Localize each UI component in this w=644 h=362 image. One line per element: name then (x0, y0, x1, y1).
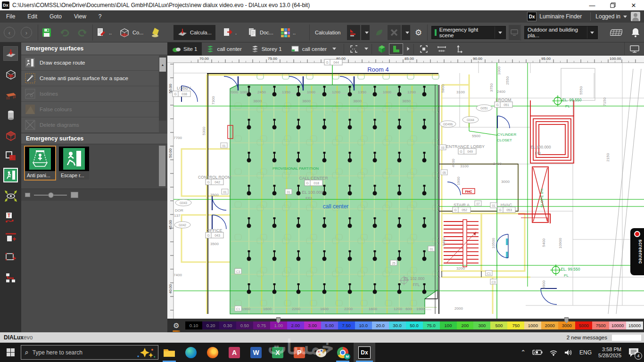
scale-segment[interactable]: 0.50 (236, 321, 253, 329)
scale-segment[interactable]: 2000 (541, 321, 558, 329)
tab-building[interactable]: call center (202, 42, 246, 56)
taskbar-search[interactable]: ⌕ Type here to search (21, 345, 158, 360)
keypad-button[interactable] (610, 25, 622, 40)
speaker-icon[interactable] (564, 349, 573, 356)
view-3d-button[interactable] (375, 43, 389, 55)
scale-segment[interactable]: 100 (440, 321, 457, 329)
scale-segment[interactable]: 15000 (626, 321, 643, 329)
menu-file[interactable]: File (0, 10, 21, 23)
notification-bell-button[interactable] (631, 25, 640, 40)
avatar[interactable] (631, 12, 640, 21)
scale-segment[interactable]: 10000 (609, 321, 626, 329)
restore-button[interactable] (603, 0, 623, 10)
view-tool[interactable] (3, 189, 18, 203)
tool-create-anti-panic-surface[interactable]: Create anti panic surface for a space (21, 71, 159, 86)
scale-segment[interactable]: 500 (490, 321, 507, 329)
menu-edit[interactable]: Edit (21, 10, 43, 23)
language-indicator[interactable]: ENG (579, 349, 592, 356)
construction-mode-button[interactable]: Co... (119, 25, 143, 40)
scale-segment[interactable]: 0.30 (219, 321, 236, 329)
messages-label[interactable]: 2 new messages (567, 335, 607, 340)
back-button[interactable]: ‹ (4, 25, 15, 40)
light-mode-button[interactable] (151, 25, 163, 40)
selection-mode-button[interactable] (347, 43, 361, 55)
thumbnail-scrollbar[interactable] (159, 146, 165, 186)
menu-help[interactable]: ? (92, 10, 108, 23)
taskbar-firefox[interactable] (202, 343, 223, 362)
output-window-button[interactable] (624, 42, 644, 56)
luminaire-finder-button[interactable]: Dx Luminaire Finder (527, 12, 582, 21)
save-button[interactable] (41, 25, 52, 40)
chevron-down-icon[interactable] (332, 48, 336, 50)
tool-draw-escape-route[interactable]: Draw escape route (21, 55, 159, 71)
menu-view[interactable]: View (68, 10, 92, 23)
redo-button[interactable] (76, 25, 88, 40)
column-tool[interactable] (3, 108, 18, 123)
calculation-surface-tool[interactable] (3, 46, 18, 61)
light-scene-select[interactable]: Emergency light scene (431, 26, 506, 39)
scale-segment[interactable]: 0.10 (185, 321, 202, 329)
view-expand-arrow[interactable] (403, 43, 411, 55)
calculation-dropdown[interactable] (361, 25, 370, 40)
scale-segment[interactable]: 7500 (592, 321, 609, 329)
scale-segment[interactable]: 5.00 (321, 321, 338, 329)
building-opening-tool[interactable] (3, 148, 18, 163)
emergency-lighting-tool[interactable] (3, 168, 18, 182)
scale-segment[interactable]: 20.0 (372, 321, 389, 329)
view-plan-button[interactable] (389, 43, 403, 55)
view-profile-select[interactable]: Outdoor and building pla... (524, 26, 598, 39)
construction-tool-button[interactable]: .. (96, 25, 112, 40)
documentation-button[interactable]: Doc... (248, 25, 273, 40)
battery-icon[interactable] (532, 349, 543, 355)
close-button[interactable]: ✕ (623, 0, 644, 10)
text-annotation-tool[interactable]: T (3, 210, 18, 225)
taskbar-paint[interactable] (310, 343, 332, 362)
drawing-frame-tool[interactable] (3, 250, 18, 264)
measurement-line-tool[interactable] (3, 230, 18, 245)
measure-horizontal-button[interactable] (435, 43, 449, 55)
table-view-button[interactable]: .. (280, 25, 296, 40)
connection-tool[interactable] (3, 271, 18, 285)
tool-list-scrollbar[interactable]: ▲ (159, 57, 166, 121)
furniture-tool[interactable] (3, 88, 18, 102)
tab-storey[interactable]: Storey 1 (247, 42, 287, 56)
start-button[interactable] (0, 343, 21, 362)
calculation-settings-button[interactable]: ⚙ (415, 25, 422, 40)
taskbar-chrome[interactable]: M (332, 343, 354, 362)
selection-dropdown[interactable] (361, 43, 369, 55)
tray-chevron-icon[interactable]: ⌃ (520, 349, 526, 356)
notification-center-button[interactable]: 4 (628, 347, 639, 358)
scale-segment[interactable]: 750 (507, 321, 524, 329)
scale-segment[interactable]: 75.0 (423, 321, 440, 329)
forward-button[interactable]: › (21, 25, 32, 40)
wifi-icon[interactable] (549, 349, 558, 356)
cancel-dropdown[interactable] (402, 25, 410, 40)
scale-settings-button[interactable]: ⚙ (167, 321, 185, 330)
size-slider[interactable] (34, 195, 67, 196)
slider-knob[interactable] (48, 192, 54, 198)
thumb-escape-route[interactable]: Escape r... (59, 147, 89, 180)
taskbar-edge[interactable] (180, 343, 202, 362)
thumb-anti-panic[interactable]: Anti pani... (25, 147, 55, 180)
taskbar-powerpoint[interactable]: P (289, 343, 310, 362)
scale-segment[interactable]: 0.20 (202, 321, 219, 329)
scale-segment[interactable]: 30.0 (389, 321, 406, 329)
clock[interactable]: 3:58 PM 5/28/2025 (598, 346, 621, 359)
scale-segment[interactable]: 200 (457, 321, 474, 329)
scale-segment[interactable]: 2.00 (287, 321, 304, 329)
menu-goto[interactable]: Goto (43, 10, 68, 23)
start-calculation-button[interactable] (347, 25, 360, 40)
scroll-up-arrow[interactable]: ▲ (159, 58, 166, 72)
zoom-fit-button[interactable] (417, 43, 431, 55)
logged-in-menu[interactable]: Logged in (595, 12, 640, 21)
scale-segment[interactable]: 0.75 (253, 321, 270, 329)
undo-button[interactable] (59, 25, 71, 40)
minimize-button[interactable]: — (582, 0, 603, 10)
scale-segment[interactable]: 1000 (524, 321, 541, 329)
scale-segment[interactable]: 3.00 (304, 321, 321, 329)
taskbar-excel[interactable]: X (267, 343, 289, 362)
taskbar-file-explorer[interactable] (158, 343, 180, 362)
scale-segment[interactable]: 7.50 (338, 321, 355, 329)
scale-segments[interactable]: 0.100.200.300.500.751.002.003.005.007.50… (185, 321, 643, 329)
scale-segment[interactable]: 5000 (575, 321, 592, 329)
